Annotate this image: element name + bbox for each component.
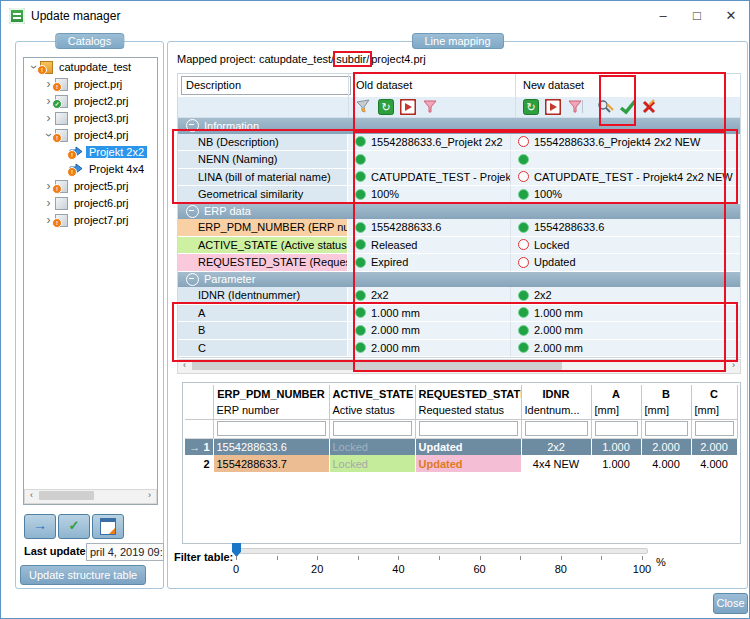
column-header-idnr[interactable]: IDNR <box>521 385 591 402</box>
map-arrow-button[interactable]: → <box>24 514 56 539</box>
remove-filter-icon[interactable] <box>422 99 438 115</box>
column-header-requested_state[interactable]: REQUESTED_STATE <box>415 385 521 402</box>
window-title: Update manager <box>31 1 120 31</box>
status-same-icon <box>518 325 529 336</box>
tree-item-label[interactable]: Projekt 4x4 <box>86 163 147 175</box>
scroll-right-icon[interactable]: › <box>727 360 740 371</box>
tree-item-catupdate-test[interactable]: ›!catupdate_test <box>24 58 157 75</box>
tree-item-label[interactable]: project6.prj <box>71 197 131 209</box>
value-text: 2.000 mm <box>534 324 583 336</box>
mapping-row[interactable]: NB (Description)1554288633.6_Projekt 2x2… <box>178 134 740 152</box>
slider-tick <box>398 556 399 560</box>
tree-item-label[interactable]: project3.prj <box>71 112 131 124</box>
maximize-button[interactable]: □ <box>681 1 713 31</box>
tree-item-label[interactable]: project.prj <box>71 78 125 90</box>
column-header-a[interactable]: A <box>591 385 641 402</box>
highlight-filter-icon[interactable] <box>356 99 372 115</box>
mapping-row[interactable]: B2.000 mm2.000 mm <box>178 322 740 340</box>
section-header-parameter[interactable]: Parameter <box>178 272 740 288</box>
mapping-row[interactable]: ACTIVE_STATE (Active status)ReleasedLock… <box>178 237 740 255</box>
column-header-b[interactable]: B <box>641 385 691 402</box>
cell-erp_pdm_number: 1554288633.7 <box>213 455 329 472</box>
expander-collapsed-icon[interactable]: › <box>43 111 54 125</box>
tree-item-project7-prj[interactable]: ›!project7.prj <box>24 211 157 228</box>
slider-tick <box>358 556 359 560</box>
section-header-erp-data[interactable]: ERP data <box>178 204 740 220</box>
export-table-button[interactable] <box>92 514 124 539</box>
column-header-c[interactable]: C <box>691 385 737 402</box>
mapping-row[interactable]: A1.000 mm1.000 mm <box>178 305 740 323</box>
minimize-button[interactable]: – <box>647 1 679 31</box>
mapping-row[interactable]: C2.000 mm2.000 mm <box>178 340 740 358</box>
mapping-horizontal-scrollbar[interactable]: ‹ › <box>177 359 741 374</box>
refresh-icon[interactable]: ↻ <box>378 99 394 115</box>
table-row-2[interactable]: 21554288633.7LockedUpdated4x4 NEW1.0004.… <box>185 455 737 472</box>
old-dataset-column-header: Old dataset <box>356 74 412 97</box>
tree-item-project5-prj[interactable]: ›!project5.prj <box>24 177 157 194</box>
tree-item-label[interactable]: Projekt 2x2 <box>86 146 147 158</box>
column-filter-input[interactable] <box>525 421 588 436</box>
value-text: 1554288633.6_Projekt 2x2 <box>371 136 503 148</box>
accept-mapping-icon[interactable] <box>619 99 635 115</box>
collapse-icon[interactable] <box>186 273 199 286</box>
tree-item-label[interactable]: project5.prj <box>71 180 131 192</box>
tree-item-project3-prj[interactable]: ›project3.prj <box>24 109 157 126</box>
accept-button[interactable]: ✓ <box>58 514 90 539</box>
scrollbar-thumb[interactable] <box>192 361 562 370</box>
remove-filter-icon[interactable] <box>567 99 583 115</box>
tree-item-label[interactable]: project7.prj <box>71 214 131 226</box>
table-row-1[interactable]: → 11554288633.6LockedUpdated2x21.0002.00… <box>185 438 737 455</box>
tree-item-label[interactable]: project2.prj <box>71 95 131 107</box>
status-same-icon <box>355 189 366 200</box>
filter-slider-track[interactable] <box>236 548 648 554</box>
run-icon[interactable] <box>400 99 416 115</box>
tree-item-project2-prj[interactable]: ›✓project2.prj <box>24 92 157 109</box>
tree-item-project4-prj[interactable]: ›!project4.prj <box>24 126 157 143</box>
column-filter-input[interactable] <box>419 421 518 436</box>
run-icon[interactable] <box>545 99 561 115</box>
close-window-button[interactable]: ✕ <box>715 1 747 31</box>
section-header-information[interactable]: Information <box>178 118 740 134</box>
search-edit-icon[interactable] <box>597 99 613 115</box>
reject-mapping-icon[interactable] <box>641 99 657 115</box>
expander-collapsed-icon[interactable]: › <box>43 196 54 210</box>
mapping-row[interactable]: ERP_PDM_NUMBER (ERP number)1554288633.61… <box>178 219 740 237</box>
mapping-row[interactable]: IDNR (Identnummer)2x22x2 <box>178 287 740 305</box>
scroll-left-icon[interactable]: ‹ <box>25 490 38 501</box>
scroll-right-icon[interactable]: › <box>143 490 156 501</box>
mapping-row[interactable]: REQUESTED_STATE (Requested status)Expire… <box>178 254 740 272</box>
collapse-icon[interactable] <box>186 205 199 218</box>
column-filter-input[interactable] <box>333 421 412 436</box>
tree-item-project-prj[interactable]: ›!project.prj <box>24 75 157 92</box>
value-text: 1.000 mm <box>534 307 583 319</box>
mapping-row[interactable]: LINA (bill of material name)CATUPDATE_TE… <box>178 169 740 187</box>
tree-item-label[interactable]: catupdate_test <box>56 61 134 73</box>
tree-horizontal-scrollbar[interactable]: ‹ › <box>24 489 157 504</box>
scroll-left-icon[interactable]: ‹ <box>178 360 191 371</box>
column-filter-input[interactable] <box>217 421 326 436</box>
column-filter-input[interactable] <box>695 421 734 436</box>
mapping-row[interactable]: NENN (Naming) <box>178 151 740 169</box>
tree-item-label[interactable]: project4.prj <box>71 129 131 141</box>
status-same-icon <box>355 154 366 165</box>
column-filter-input[interactable] <box>645 421 688 436</box>
column-filter-input[interactable] <box>595 421 638 436</box>
status-same-icon <box>355 307 366 318</box>
description-column-header[interactable]: Description <box>181 76 351 95</box>
filter-unit-label: % <box>656 556 666 568</box>
scrollbar-thumb[interactable] <box>39 491 94 500</box>
tree-item-projekt-2x2[interactable]: !Projekt 2x2 <box>24 143 157 160</box>
filter-slider-handle[interactable] <box>232 543 241 557</box>
collapse-icon[interactable] <box>186 119 199 132</box>
column-header-active_state[interactable]: ACTIVE_STATE <box>329 385 415 402</box>
close-button[interactable]: Close <box>713 593 748 614</box>
column-subtitle: Requested status <box>415 402 521 419</box>
catalog-tree[interactable]: ›!catupdate_test›!project.prj›✓project2.… <box>23 57 158 505</box>
structure-table[interactable]: ERP_PDM_NUMBERACTIVE_STATEREQUESTED_STAT… <box>185 385 738 472</box>
refresh-icon[interactable]: ↻ <box>523 99 539 115</box>
mapping-row[interactable]: Geometrical similarity100%100% <box>178 186 740 204</box>
update-structure-table-button[interactable]: Update structure table <box>20 565 146 585</box>
tree-item-project6-prj[interactable]: ›project6.prj <box>24 194 157 211</box>
tree-item-projekt-4x4[interactable]: !Projekt 4x4 <box>24 160 157 177</box>
column-header-erp_pdm_number[interactable]: ERP_PDM_NUMBER <box>213 385 329 402</box>
